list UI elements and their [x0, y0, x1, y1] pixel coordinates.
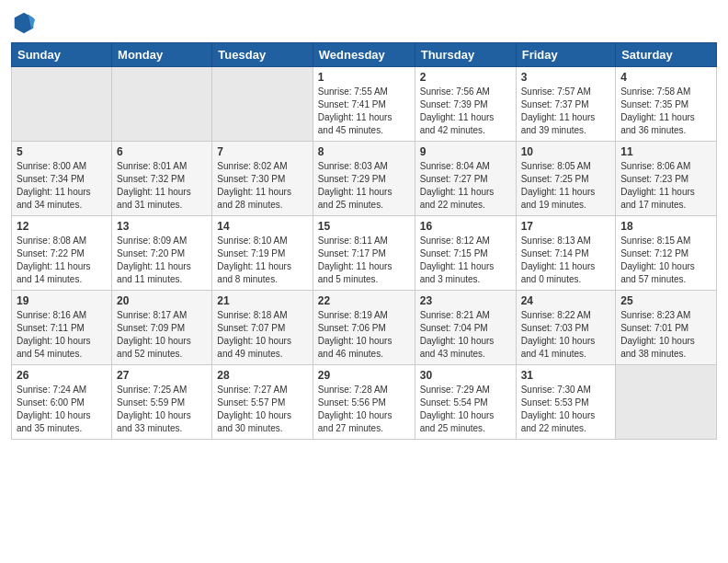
day-number: 5 — [17, 145, 107, 158]
weekday-header-row: SundayMondayTuesdayWednesdayThursdayFrid… — [12, 43, 717, 67]
calendar-week-row: 19Sunrise: 8:16 AM Sunset: 7:11 PM Dayli… — [12, 291, 717, 365]
calendar-cell — [212, 67, 313, 142]
day-info: Sunrise: 8:23 AM Sunset: 7:01 PM Dayligh… — [620, 309, 711, 361]
calendar-cell: 13Sunrise: 8:09 AM Sunset: 7:20 PM Dayli… — [112, 216, 212, 291]
day-number: 28 — [217, 369, 307, 382]
calendar-cell: 27Sunrise: 7:25 AM Sunset: 5:59 PM Dayli… — [112, 365, 212, 440]
calendar-cell: 4Sunrise: 7:58 AM Sunset: 7:35 PM Daylig… — [616, 67, 717, 142]
logo-icon — [11, 9, 37, 35]
calendar-week-row: 12Sunrise: 8:08 AM Sunset: 7:22 PM Dayli… — [12, 216, 717, 291]
day-info: Sunrise: 8:19 AM Sunset: 7:06 PM Dayligh… — [318, 309, 410, 361]
day-number: 23 — [420, 294, 511, 307]
day-number: 30 — [420, 369, 511, 382]
calendar-cell: 7Sunrise: 8:02 AM Sunset: 7:30 PM Daylig… — [212, 142, 313, 216]
weekday-header-friday: Friday — [516, 43, 616, 67]
day-number: 22 — [318, 294, 410, 307]
day-info: Sunrise: 8:22 AM Sunset: 7:03 PM Dayligh… — [521, 309, 611, 361]
day-number: 19 — [17, 294, 107, 307]
calendar-cell: 26Sunrise: 7:24 AM Sunset: 6:00 PM Dayli… — [12, 365, 112, 440]
day-number: 18 — [620, 220, 711, 233]
day-info: Sunrise: 8:05 AM Sunset: 7:25 PM Dayligh… — [521, 160, 611, 212]
calendar-cell: 3Sunrise: 7:57 AM Sunset: 7:37 PM Daylig… — [516, 67, 616, 142]
day-info: Sunrise: 7:27 AM Sunset: 5:57 PM Dayligh… — [217, 384, 307, 435]
day-info: Sunrise: 7:56 AM Sunset: 7:39 PM Dayligh… — [420, 86, 511, 137]
calendar-cell: 6Sunrise: 8:01 AM Sunset: 7:32 PM Daylig… — [112, 142, 212, 216]
day-number: 21 — [217, 294, 307, 307]
day-info: Sunrise: 8:06 AM Sunset: 7:23 PM Dayligh… — [620, 160, 711, 212]
page-container: SundayMondayTuesdayWednesdayThursdayFrid… — [0, 0, 728, 449]
calendar-cell: 1Sunrise: 7:55 AM Sunset: 7:41 PM Daylig… — [313, 67, 415, 142]
calendar-cell: 8Sunrise: 8:03 AM Sunset: 7:29 PM Daylig… — [313, 142, 415, 216]
weekday-header-wednesday: Wednesday — [313, 43, 415, 67]
calendar-cell: 2Sunrise: 7:56 AM Sunset: 7:39 PM Daylig… — [415, 67, 516, 142]
calendar-cell: 30Sunrise: 7:29 AM Sunset: 5:54 PM Dayli… — [415, 365, 516, 440]
calendar-cell: 15Sunrise: 8:11 AM Sunset: 7:17 PM Dayli… — [313, 216, 415, 291]
header — [11, 9, 717, 35]
day-number: 17 — [521, 220, 611, 233]
day-number: 1 — [318, 71, 410, 84]
day-info: Sunrise: 8:00 AM Sunset: 7:34 PM Dayligh… — [17, 160, 107, 212]
weekday-header-tuesday: Tuesday — [212, 43, 313, 67]
day-number: 9 — [420, 145, 511, 158]
day-info: Sunrise: 8:12 AM Sunset: 7:15 PM Dayligh… — [420, 235, 511, 286]
day-info: Sunrise: 8:13 AM Sunset: 7:14 PM Dayligh… — [521, 235, 611, 286]
day-number: 31 — [521, 369, 611, 382]
day-info: Sunrise: 7:55 AM Sunset: 7:41 PM Dayligh… — [318, 86, 410, 137]
day-info: Sunrise: 8:11 AM Sunset: 7:17 PM Dayligh… — [318, 235, 410, 286]
calendar-cell: 9Sunrise: 8:04 AM Sunset: 7:27 PM Daylig… — [415, 142, 516, 216]
day-number: 4 — [620, 71, 711, 84]
weekday-header-sunday: Sunday — [12, 43, 112, 67]
day-info: Sunrise: 7:25 AM Sunset: 5:59 PM Dayligh… — [117, 384, 207, 435]
calendar-cell: 16Sunrise: 8:12 AM Sunset: 7:15 PM Dayli… — [415, 216, 516, 291]
day-number: 24 — [521, 294, 611, 307]
calendar-cell: 31Sunrise: 7:30 AM Sunset: 5:53 PM Dayli… — [516, 365, 616, 440]
day-number: 25 — [620, 294, 711, 307]
calendar-cell: 24Sunrise: 8:22 AM Sunset: 7:03 PM Dayli… — [516, 291, 616, 365]
calendar-cell: 10Sunrise: 8:05 AM Sunset: 7:25 PM Dayli… — [516, 142, 616, 216]
calendar-cell: 22Sunrise: 8:19 AM Sunset: 7:06 PM Dayli… — [313, 291, 415, 365]
calendar-cell — [12, 67, 112, 142]
day-info: Sunrise: 8:10 AM Sunset: 7:19 PM Dayligh… — [217, 235, 307, 286]
calendar-table: SundayMondayTuesdayWednesdayThursdayFrid… — [11, 42, 717, 440]
day-number: 27 — [117, 369, 207, 382]
calendar-cell: 18Sunrise: 8:15 AM Sunset: 7:12 PM Dayli… — [616, 216, 717, 291]
weekday-header-saturday: Saturday — [616, 43, 717, 67]
day-info: Sunrise: 8:02 AM Sunset: 7:30 PM Dayligh… — [217, 160, 307, 212]
day-info: Sunrise: 8:18 AM Sunset: 7:07 PM Dayligh… — [217, 309, 307, 361]
day-info: Sunrise: 8:01 AM Sunset: 7:32 PM Dayligh… — [117, 160, 207, 212]
calendar-cell: 14Sunrise: 8:10 AM Sunset: 7:19 PM Dayli… — [212, 216, 313, 291]
calendar-cell: 11Sunrise: 8:06 AM Sunset: 7:23 PM Dayli… — [616, 142, 717, 216]
day-info: Sunrise: 7:29 AM Sunset: 5:54 PM Dayligh… — [420, 384, 511, 435]
day-number: 16 — [420, 220, 511, 233]
day-number: 6 — [117, 145, 207, 158]
day-number: 12 — [17, 220, 107, 233]
calendar-week-row: 1Sunrise: 7:55 AM Sunset: 7:41 PM Daylig… — [12, 67, 717, 142]
logo — [11, 9, 40, 35]
calendar-cell: 20Sunrise: 8:17 AM Sunset: 7:09 PM Dayli… — [112, 291, 212, 365]
day-info: Sunrise: 8:04 AM Sunset: 7:27 PM Dayligh… — [420, 160, 511, 212]
calendar-cell: 19Sunrise: 8:16 AM Sunset: 7:11 PM Dayli… — [12, 291, 112, 365]
calendar-cell: 25Sunrise: 8:23 AM Sunset: 7:01 PM Dayli… — [616, 291, 717, 365]
day-info: Sunrise: 7:58 AM Sunset: 7:35 PM Dayligh… — [620, 86, 711, 137]
calendar-week-row: 26Sunrise: 7:24 AM Sunset: 6:00 PM Dayli… — [12, 365, 717, 440]
day-number: 15 — [318, 220, 410, 233]
calendar-cell: 12Sunrise: 8:08 AM Sunset: 7:22 PM Dayli… — [12, 216, 112, 291]
day-info: Sunrise: 8:15 AM Sunset: 7:12 PM Dayligh… — [620, 235, 711, 286]
calendar-cell: 29Sunrise: 7:28 AM Sunset: 5:56 PM Dayli… — [313, 365, 415, 440]
day-number: 13 — [117, 220, 207, 233]
day-info: Sunrise: 8:08 AM Sunset: 7:22 PM Dayligh… — [17, 235, 107, 286]
weekday-header-thursday: Thursday — [415, 43, 516, 67]
day-info: Sunrise: 7:24 AM Sunset: 6:00 PM Dayligh… — [17, 384, 107, 435]
calendar-cell: 21Sunrise: 8:18 AM Sunset: 7:07 PM Dayli… — [212, 291, 313, 365]
day-number: 20 — [117, 294, 207, 307]
day-info: Sunrise: 8:16 AM Sunset: 7:11 PM Dayligh… — [17, 309, 107, 361]
day-info: Sunrise: 8:21 AM Sunset: 7:04 PM Dayligh… — [420, 309, 511, 361]
day-number: 2 — [420, 71, 511, 84]
calendar-week-row: 5Sunrise: 8:00 AM Sunset: 7:34 PM Daylig… — [12, 142, 717, 216]
calendar-cell: 5Sunrise: 8:00 AM Sunset: 7:34 PM Daylig… — [12, 142, 112, 216]
day-number: 10 — [521, 145, 611, 158]
day-number: 29 — [318, 369, 410, 382]
weekday-header-monday: Monday — [112, 43, 212, 67]
day-info: Sunrise: 8:03 AM Sunset: 7:29 PM Dayligh… — [318, 160, 410, 212]
calendar-cell: 17Sunrise: 8:13 AM Sunset: 7:14 PM Dayli… — [516, 216, 616, 291]
